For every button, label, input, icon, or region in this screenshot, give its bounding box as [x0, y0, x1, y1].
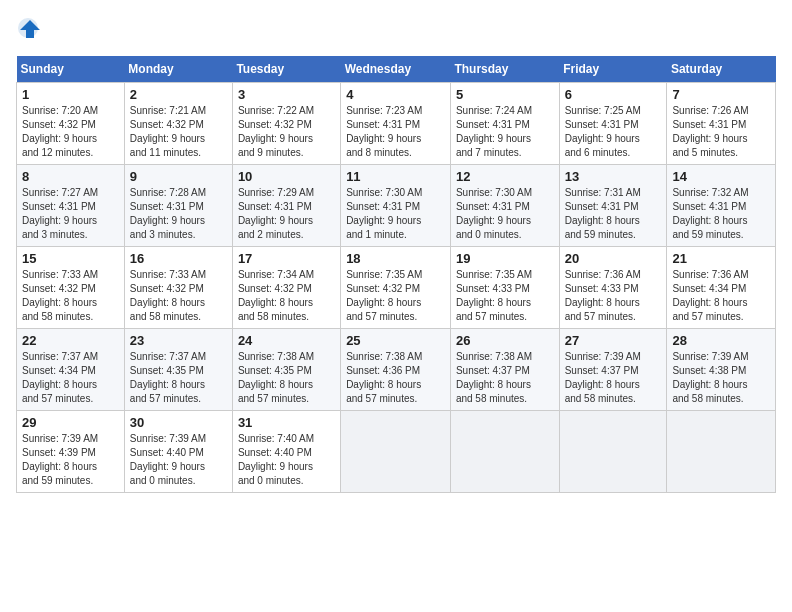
day-header-tuesday: Tuesday [232, 56, 340, 83]
day-info: Sunrise: 7:29 AM Sunset: 4:31 PM Dayligh… [238, 186, 335, 242]
calendar-cell [559, 411, 667, 493]
calendar-cell: 15Sunrise: 7:33 AM Sunset: 4:32 PM Dayli… [17, 247, 125, 329]
logo [16, 16, 48, 44]
day-number: 4 [346, 87, 445, 102]
day-info: Sunrise: 7:26 AM Sunset: 4:31 PM Dayligh… [672, 104, 770, 160]
day-info: Sunrise: 7:37 AM Sunset: 4:34 PM Dayligh… [22, 350, 119, 406]
day-info: Sunrise: 7:23 AM Sunset: 4:31 PM Dayligh… [346, 104, 445, 160]
day-number: 14 [672, 169, 770, 184]
calendar-cell: 27Sunrise: 7:39 AM Sunset: 4:37 PM Dayli… [559, 329, 667, 411]
day-info: Sunrise: 7:39 AM Sunset: 4:40 PM Dayligh… [130, 432, 227, 488]
day-number: 2 [130, 87, 227, 102]
calendar-week-row: 15Sunrise: 7:33 AM Sunset: 4:32 PM Dayli… [17, 247, 776, 329]
day-info: Sunrise: 7:40 AM Sunset: 4:40 PM Dayligh… [238, 432, 335, 488]
day-info: Sunrise: 7:20 AM Sunset: 4:32 PM Dayligh… [22, 104, 119, 160]
calendar-cell: 23Sunrise: 7:37 AM Sunset: 4:35 PM Dayli… [124, 329, 232, 411]
day-number: 13 [565, 169, 662, 184]
day-header-thursday: Thursday [450, 56, 559, 83]
day-number: 1 [22, 87, 119, 102]
calendar-cell: 5Sunrise: 7:24 AM Sunset: 4:31 PM Daylig… [450, 83, 559, 165]
day-info: Sunrise: 7:39 AM Sunset: 4:39 PM Dayligh… [22, 432, 119, 488]
calendar-cell: 21Sunrise: 7:36 AM Sunset: 4:34 PM Dayli… [667, 247, 776, 329]
day-info: Sunrise: 7:34 AM Sunset: 4:32 PM Dayligh… [238, 268, 335, 324]
day-header-wednesday: Wednesday [341, 56, 451, 83]
day-info: Sunrise: 7:38 AM Sunset: 4:36 PM Dayligh… [346, 350, 445, 406]
day-info: Sunrise: 7:38 AM Sunset: 4:35 PM Dayligh… [238, 350, 335, 406]
day-number: 25 [346, 333, 445, 348]
calendar-cell: 10Sunrise: 7:29 AM Sunset: 4:31 PM Dayli… [232, 165, 340, 247]
calendar-cell: 30Sunrise: 7:39 AM Sunset: 4:40 PM Dayli… [124, 411, 232, 493]
day-info: Sunrise: 7:32 AM Sunset: 4:31 PM Dayligh… [672, 186, 770, 242]
calendar-cell: 6Sunrise: 7:25 AM Sunset: 4:31 PM Daylig… [559, 83, 667, 165]
calendar-week-row: 8Sunrise: 7:27 AM Sunset: 4:31 PM Daylig… [17, 165, 776, 247]
calendar-cell [450, 411, 559, 493]
day-number: 30 [130, 415, 227, 430]
calendar-cell: 9Sunrise: 7:28 AM Sunset: 4:31 PM Daylig… [124, 165, 232, 247]
calendar-cell: 28Sunrise: 7:39 AM Sunset: 4:38 PM Dayli… [667, 329, 776, 411]
day-number: 31 [238, 415, 335, 430]
calendar-cell: 19Sunrise: 7:35 AM Sunset: 4:33 PM Dayli… [450, 247, 559, 329]
day-header-friday: Friday [559, 56, 667, 83]
day-info: Sunrise: 7:28 AM Sunset: 4:31 PM Dayligh… [130, 186, 227, 242]
day-number: 10 [238, 169, 335, 184]
day-info: Sunrise: 7:21 AM Sunset: 4:32 PM Dayligh… [130, 104, 227, 160]
day-number: 26 [456, 333, 554, 348]
calendar-cell: 4Sunrise: 7:23 AM Sunset: 4:31 PM Daylig… [341, 83, 451, 165]
day-number: 18 [346, 251, 445, 266]
calendar-week-row: 1Sunrise: 7:20 AM Sunset: 4:32 PM Daylig… [17, 83, 776, 165]
calendar-cell: 16Sunrise: 7:33 AM Sunset: 4:32 PM Dayli… [124, 247, 232, 329]
day-info: Sunrise: 7:35 AM Sunset: 4:32 PM Dayligh… [346, 268, 445, 324]
day-number: 24 [238, 333, 335, 348]
day-number: 15 [22, 251, 119, 266]
calendar-cell: 11Sunrise: 7:30 AM Sunset: 4:31 PM Dayli… [341, 165, 451, 247]
day-info: Sunrise: 7:27 AM Sunset: 4:31 PM Dayligh… [22, 186, 119, 242]
day-header-monday: Monday [124, 56, 232, 83]
logo-icon [16, 16, 44, 44]
calendar-cell: 31Sunrise: 7:40 AM Sunset: 4:40 PM Dayli… [232, 411, 340, 493]
day-info: Sunrise: 7:30 AM Sunset: 4:31 PM Dayligh… [346, 186, 445, 242]
page-header [16, 16, 776, 44]
day-number: 27 [565, 333, 662, 348]
calendar-cell: 25Sunrise: 7:38 AM Sunset: 4:36 PM Dayli… [341, 329, 451, 411]
day-number: 5 [456, 87, 554, 102]
calendar-cell: 8Sunrise: 7:27 AM Sunset: 4:31 PM Daylig… [17, 165, 125, 247]
day-number: 16 [130, 251, 227, 266]
day-header-sunday: Sunday [17, 56, 125, 83]
calendar-cell: 24Sunrise: 7:38 AM Sunset: 4:35 PM Dayli… [232, 329, 340, 411]
day-number: 20 [565, 251, 662, 266]
day-info: Sunrise: 7:33 AM Sunset: 4:32 PM Dayligh… [22, 268, 119, 324]
calendar-header-row: SundayMondayTuesdayWednesdayThursdayFrid… [17, 56, 776, 83]
calendar-cell: 13Sunrise: 7:31 AM Sunset: 4:31 PM Dayli… [559, 165, 667, 247]
day-info: Sunrise: 7:25 AM Sunset: 4:31 PM Dayligh… [565, 104, 662, 160]
calendar-week-row: 22Sunrise: 7:37 AM Sunset: 4:34 PM Dayli… [17, 329, 776, 411]
day-number: 23 [130, 333, 227, 348]
day-info: Sunrise: 7:38 AM Sunset: 4:37 PM Dayligh… [456, 350, 554, 406]
day-info: Sunrise: 7:35 AM Sunset: 4:33 PM Dayligh… [456, 268, 554, 324]
day-info: Sunrise: 7:33 AM Sunset: 4:32 PM Dayligh… [130, 268, 227, 324]
day-number: 6 [565, 87, 662, 102]
calendar-cell: 18Sunrise: 7:35 AM Sunset: 4:32 PM Dayli… [341, 247, 451, 329]
day-info: Sunrise: 7:31 AM Sunset: 4:31 PM Dayligh… [565, 186, 662, 242]
day-info: Sunrise: 7:22 AM Sunset: 4:32 PM Dayligh… [238, 104, 335, 160]
day-info: Sunrise: 7:24 AM Sunset: 4:31 PM Dayligh… [456, 104, 554, 160]
day-number: 21 [672, 251, 770, 266]
calendar-cell: 20Sunrise: 7:36 AM Sunset: 4:33 PM Dayli… [559, 247, 667, 329]
calendar-cell: 2Sunrise: 7:21 AM Sunset: 4:32 PM Daylig… [124, 83, 232, 165]
day-number: 11 [346, 169, 445, 184]
day-number: 22 [22, 333, 119, 348]
day-info: Sunrise: 7:36 AM Sunset: 4:34 PM Dayligh… [672, 268, 770, 324]
day-info: Sunrise: 7:37 AM Sunset: 4:35 PM Dayligh… [130, 350, 227, 406]
day-number: 12 [456, 169, 554, 184]
day-number: 29 [22, 415, 119, 430]
day-info: Sunrise: 7:39 AM Sunset: 4:37 PM Dayligh… [565, 350, 662, 406]
day-number: 28 [672, 333, 770, 348]
calendar-cell: 22Sunrise: 7:37 AM Sunset: 4:34 PM Dayli… [17, 329, 125, 411]
day-info: Sunrise: 7:36 AM Sunset: 4:33 PM Dayligh… [565, 268, 662, 324]
day-number: 8 [22, 169, 119, 184]
calendar-cell: 3Sunrise: 7:22 AM Sunset: 4:32 PM Daylig… [232, 83, 340, 165]
calendar-table: SundayMondayTuesdayWednesdayThursdayFrid… [16, 56, 776, 493]
day-number: 3 [238, 87, 335, 102]
day-info: Sunrise: 7:30 AM Sunset: 4:31 PM Dayligh… [456, 186, 554, 242]
day-number: 19 [456, 251, 554, 266]
calendar-cell: 26Sunrise: 7:38 AM Sunset: 4:37 PM Dayli… [450, 329, 559, 411]
